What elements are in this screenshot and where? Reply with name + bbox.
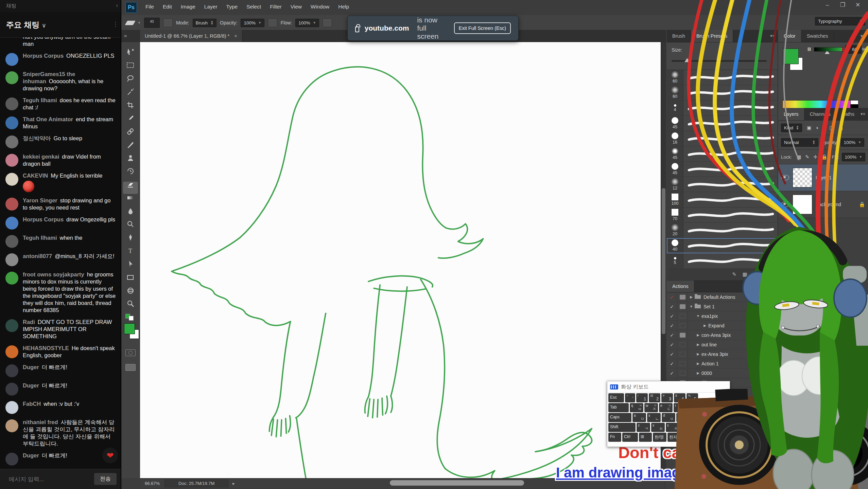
menu-item[interactable]: Image xyxy=(176,0,200,14)
keyboard-key[interactable]: cㅊ xyxy=(666,423,679,432)
avatar[interactable] xyxy=(5,198,18,211)
foreground-color-swatch[interactable] xyxy=(783,49,799,64)
chat-author[interactable]: kekkei genkai xyxy=(23,153,59,160)
tab-layers[interactable]: Layers xyxy=(778,108,804,120)
foreground-color-swatch[interactable] xyxy=(124,323,135,334)
tab-brush[interactable]: Brush xyxy=(667,30,691,42)
tab-paths[interactable]: Paths xyxy=(836,108,860,120)
opacity-dropdown[interactable]: 100%▼ xyxy=(241,19,264,27)
menu-item[interactable]: Help xyxy=(334,0,353,14)
chat-author[interactable]: Teguh Ilhami xyxy=(23,235,57,241)
avatar[interactable] xyxy=(5,154,18,167)
avatar[interactable] xyxy=(5,71,18,84)
minimize-button[interactable]: – xyxy=(821,2,834,8)
expand-arrow-icon[interactable]: ▶ xyxy=(695,333,701,337)
action-check-icon[interactable]: ✓ xyxy=(667,340,677,349)
brush-preset-row[interactable]: 4 xyxy=(667,101,778,116)
layer-thumbnail[interactable] xyxy=(793,195,812,214)
tab-brush-presets[interactable]: Brush Presets xyxy=(691,30,733,42)
keyboard-key[interactable]: Esc xyxy=(608,393,624,402)
expand-arrow-icon[interactable]: ▶ xyxy=(688,295,695,299)
brush-preset-picker[interactable]: 40 xyxy=(144,18,160,28)
brush-preset-row[interactable]: 70 xyxy=(667,207,778,223)
color-spectrum-ramp[interactable] xyxy=(782,100,858,108)
tab-swatches[interactable]: Swatches xyxy=(801,30,834,42)
keyboard-key[interactable]: Caps xyxy=(608,413,631,422)
keyboard-titlebar[interactable]: 화상 키보드 xyxy=(607,381,730,393)
action-dialog-toggle-icon[interactable] xyxy=(677,330,688,340)
expand-arrow-icon[interactable]: ▶ xyxy=(695,352,701,356)
brush-preset-row[interactable]: 12 xyxy=(667,177,778,192)
toggle-brush-panel-icon[interactable] xyxy=(163,18,173,27)
chat-author[interactable]: Horpus Corpus xyxy=(23,53,64,59)
brush-preset-row[interactable]: 45 xyxy=(667,162,778,177)
chat-author[interactable]: Horpus Corpus xyxy=(23,216,64,222)
keyboard-key[interactable]: sㄴ xyxy=(647,413,661,422)
action-check-icon[interactable]: ✓ xyxy=(667,368,677,378)
avatar[interactable] xyxy=(5,364,18,377)
chat-author[interactable]: HEHASNOSTYLE xyxy=(23,345,69,351)
kind-filter-dropdown[interactable]: Kind▲▼ xyxy=(781,124,802,132)
chat-author[interactable]: CAKEVIN xyxy=(23,173,48,179)
avatar[interactable] xyxy=(5,272,18,285)
layer-row[interactable]: Background 🔒 xyxy=(778,191,868,218)
zoom-level-field[interactable]: 66.67% xyxy=(140,481,164,486)
screen-mode-icon[interactable] xyxy=(125,364,136,371)
keyboard-key[interactable]: Tab xyxy=(608,403,629,412)
keyboard-key[interactable]: ⊞ xyxy=(639,433,652,442)
brush-preset-row[interactable]: 100 xyxy=(667,192,778,207)
keyboard-key[interactable]: @2 xyxy=(649,393,660,402)
action-dialog-toggle-icon[interactable] xyxy=(677,368,688,378)
menu-item[interactable]: Window xyxy=(306,0,334,14)
avatar[interactable] xyxy=(5,419,18,432)
blend-mode-dropdown[interactable]: Normal▲▼ xyxy=(781,138,818,147)
brush-preset-row[interactable]: 45 xyxy=(667,116,778,131)
chat-author[interactable]: Radi xyxy=(23,319,35,325)
maximize-button[interactable]: ❐ xyxy=(836,1,849,8)
canvas[interactable] xyxy=(140,42,661,478)
vertical-scrollbar-thumb[interactable] xyxy=(662,188,665,334)
expand-arrow-icon[interactable]: ▶ xyxy=(695,343,701,346)
menu-item[interactable]: Select xyxy=(242,0,265,14)
keyboard-key[interactable]: fㄹ xyxy=(676,413,690,422)
brush-preset-row[interactable]: 40 xyxy=(667,238,778,253)
keyboard-key[interactable]: #3 xyxy=(661,393,673,402)
menu-item[interactable]: Edit xyxy=(158,0,176,14)
action-dialog-toggle-icon[interactable] xyxy=(677,349,688,359)
action-check-icon[interactable]: ✓ xyxy=(667,302,677,311)
mode-dropdown[interactable]: Brush▲▼ xyxy=(193,19,216,27)
keyboard-key[interactable]: ~` xyxy=(625,393,635,402)
mini-background-swatch[interactable] xyxy=(129,316,134,321)
action-check-icon[interactable]: ✓ xyxy=(667,349,677,359)
chat-mode-dropdown[interactable]: 주요 채팅 ∨ xyxy=(6,20,46,30)
visibility-eye-icon[interactable] xyxy=(781,202,789,207)
quick-mask-icon[interactable] xyxy=(125,349,136,356)
keyboard-key[interactable]: aㅁ xyxy=(632,413,646,422)
chat-menu-icon[interactable]: ⋮ xyxy=(112,20,119,28)
avatar[interactable] xyxy=(5,116,18,129)
trash-icon[interactable]: 🗑 xyxy=(753,272,759,277)
lock-icons[interactable]: ▦ ✎ ✛ 🔒 xyxy=(797,154,827,160)
close-button[interactable]: ✕ xyxy=(851,1,865,8)
menu-item[interactable]: File xyxy=(141,0,158,14)
action-row[interactable]: ✓ ▶ Default Actions xyxy=(667,292,778,302)
keyboard-key[interactable]: eㄸㄷ xyxy=(659,403,673,412)
keyboard-key[interactable]: Ctrl xyxy=(622,433,638,442)
avatar[interactable] xyxy=(5,345,18,358)
chat-collapse-icon[interactable]: › xyxy=(116,2,118,9)
menu-item[interactable]: Layer xyxy=(200,0,222,14)
action-check-icon[interactable]: ✓ xyxy=(667,311,677,321)
action-check-icon[interactable]: ✓ xyxy=(667,321,677,330)
chat-author[interactable]: Yaron Singer xyxy=(23,197,57,203)
avatar[interactable] xyxy=(5,173,18,186)
keyboard-key[interactable]: dㅇ xyxy=(662,413,675,422)
action-dialog-toggle-icon[interactable] xyxy=(677,311,688,321)
keyboard-key[interactable]: qㅃㅂ xyxy=(630,403,643,412)
layer-thumbnail[interactable] xyxy=(793,168,812,187)
action-dialog-toggle-icon[interactable] xyxy=(677,340,688,349)
action-dialog-toggle-icon[interactable] xyxy=(677,292,688,302)
brush-preset-row[interactable]: 16 xyxy=(667,131,778,146)
chat-author[interactable]: Duger xyxy=(23,452,39,458)
brush-preset-row[interactable]: 45 xyxy=(667,146,778,162)
status-menu-arrow-icon[interactable]: ▸ xyxy=(228,481,239,486)
